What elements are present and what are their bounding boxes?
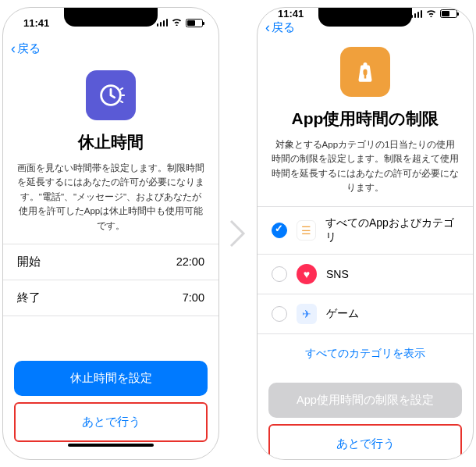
time-list: 開始 22:00 終了 7:00 (3, 244, 218, 316)
show-all-categories[interactable]: すべてのカテゴリを表示 (258, 334, 473, 373)
end-time-row[interactable]: 終了 7:00 (3, 280, 218, 316)
wifi-icon (171, 17, 183, 28)
svg-line-2 (121, 88, 123, 89)
downtime-icon (86, 70, 136, 120)
radio-icon (272, 266, 287, 282)
svg-line-3 (121, 102, 123, 102)
notch (64, 8, 158, 27)
category-sns[interactable]: ♥ SNS (258, 255, 473, 294)
status-time: 11:41 (278, 8, 304, 20)
start-value: 22:00 (176, 255, 204, 268)
battery-icon (186, 19, 203, 27)
category-list: ☰ すべてのAppおよびカテゴリ ♥ SNS ✈ ゲーム すべてのカテゴリを表示 (258, 206, 473, 373)
home-indicator (68, 444, 154, 447)
page-title: 休止時間 (17, 131, 204, 153)
category-label: SNS (326, 268, 349, 280)
status-indicators (157, 17, 204, 28)
bottom-actions: 休止時間を設定 あとで行う (3, 351, 218, 459)
later-button[interactable]: あとで行う (16, 405, 205, 440)
end-label: 終了 (17, 291, 41, 305)
svg-rect-4 (363, 70, 367, 76)
hero: App使用時間の制限 対象とするAppカテゴリの1日当たりの使用時間の制限を設定… (258, 36, 473, 206)
chevron-left-icon: ‹ (11, 41, 16, 57)
content: App使用時間の制限 対象とするAppカテゴリの1日当たりの使用時間の制限を設定… (258, 36, 473, 460)
arrow-icon (227, 217, 249, 250)
start-time-row[interactable]: 開始 22:00 (3, 244, 218, 280)
set-downtime-button[interactable]: 休止時間を設定 (14, 361, 208, 396)
category-all[interactable]: ☰ すべてのAppおよびカテゴリ (258, 207, 473, 255)
wifi-icon (425, 9, 437, 20)
phone-applimits: 11:41 ‹ 戻る App使用時間の制限 対象とするAppカテゴリの1日当たり… (257, 7, 474, 460)
category-label: ゲーム (326, 307, 359, 321)
page-description: 画面を見ない時間帯を設定します。制限時間を延長するにはあなたの許可が必要になりま… (17, 161, 204, 233)
bottom-actions: App使用時間の制限を設定 あとで行う (258, 373, 473, 460)
category-game[interactable]: ✈ ゲーム (258, 294, 473, 334)
svg-rect-5 (364, 74, 367, 78)
set-applimits-button: App使用時間の制限を設定 (268, 383, 462, 418)
page-title: App使用時間の制限 (272, 108, 459, 130)
radio-checked-icon (272, 223, 287, 238)
radio-icon (272, 306, 287, 322)
highlight-box: あとで行う (268, 424, 462, 460)
all-apps-icon: ☰ (297, 220, 316, 241)
back-label: 戻る (17, 41, 41, 56)
sns-icon: ♥ (297, 264, 317, 284)
later-button[interactable]: あとで行う (271, 426, 460, 460)
signal-icon (411, 10, 423, 18)
signal-icon (157, 19, 169, 27)
category-label: すべてのAppおよびカテゴリ (325, 216, 459, 244)
highlight-box: あとで行う (14, 402, 208, 442)
back-label: 戻る (272, 20, 295, 35)
phone-downtime: 11:41 ‹ 戻る 休止時間 画面を見ない時間帯を設定します。制限時間を延長す… (2, 7, 219, 460)
game-icon: ✈ (297, 304, 317, 324)
navbar: ‹ 戻る (3, 37, 218, 59)
start-label: 開始 (17, 255, 41, 269)
battery-icon (440, 9, 457, 18)
notch (318, 8, 412, 27)
status-indicators (411, 9, 458, 20)
end-value: 7:00 (183, 291, 204, 304)
content: 休止時間 画面を見ない時間帯を設定します。制限時間を延長するにはあなたの許可が必… (3, 59, 218, 459)
chevron-left-icon: ‹ (265, 20, 270, 36)
page-description: 対象とするAppカテゴリの1日当たりの使用時間の制限を設定します。制限を超えて使… (272, 137, 459, 195)
hero: 休止時間 画面を見ない時間帯を設定します。制限時間を延長するにはあなたの許可が必… (3, 59, 218, 244)
back-button[interactable]: ‹ 戻る (265, 20, 295, 36)
applimits-icon (340, 47, 390, 97)
status-time: 11:41 (23, 17, 49, 29)
back-button[interactable]: ‹ 戻る (11, 41, 41, 57)
